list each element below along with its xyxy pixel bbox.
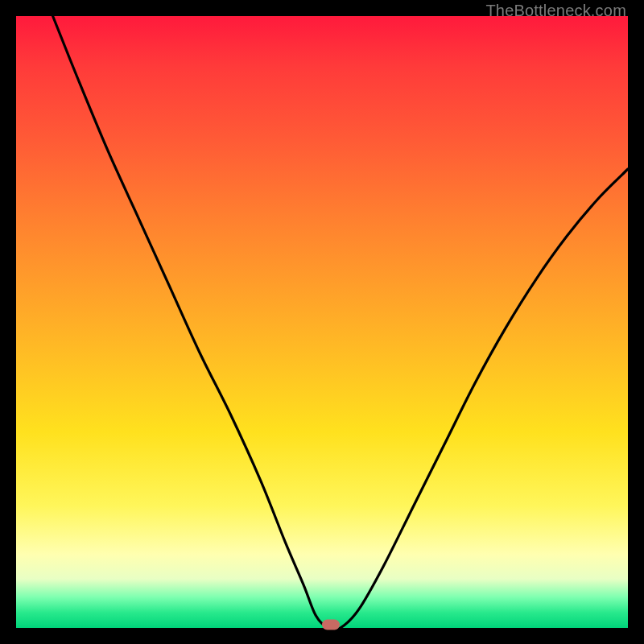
bottleneck-curve bbox=[16, 16, 628, 628]
optimum-marker bbox=[322, 620, 340, 630]
plot-area bbox=[16, 16, 628, 628]
chart-frame: TheBottleneck.com bbox=[0, 0, 644, 644]
